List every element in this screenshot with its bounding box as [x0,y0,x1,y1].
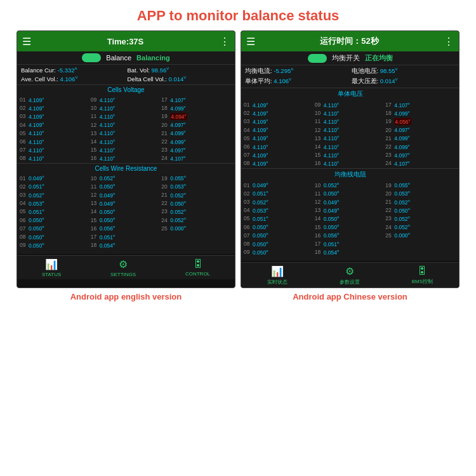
info-val-2: 4.106V [274,77,291,84]
wire-resistance-grid: 010.049o100.052o190.055o020.051o110.050o… [241,180,459,257]
bottom-nav: 📊 STATUS ⚙ SETTINGS 🎛 CONTROL [17,255,235,279]
cell-value: 4.110v [29,155,44,162]
table-row: 170.051o [315,239,386,248]
wire-value: 0.000o [394,232,410,239]
table-row: 214.099v [385,134,456,142]
hamburger-icon[interactable]: ☰ [22,36,31,48]
cell-num: 05 [244,135,251,142]
wire-resistance-grid: 010.049o100.052o190.055o020.051o110.050o… [17,173,235,250]
table-row: 054.110v [20,129,91,137]
table-row: 184.099v [385,109,456,117]
table-row: 050.051o [20,208,91,216]
cell-value: 4.099v [394,135,409,142]
cell-num: 04 [244,127,251,133]
table-row: 130.049o [91,199,162,208]
cell-value: 4.109v [29,113,44,120]
table-row: 020.051o [244,189,315,197]
cell-value: 4.099v [170,105,185,112]
cell-num: 20 [385,127,393,133]
wire-num: 08 [244,241,251,247]
wire-value: 0.050o [29,242,44,249]
table-row: 100.052o [315,181,386,189]
wire-num: 10 [315,182,322,188]
table-row: 024.109v [20,104,91,112]
nav-item-1[interactable]: ⚙ SETTINGS [110,258,136,277]
table-row: 080.050o [20,232,91,241]
wire-num: 03 [244,199,251,205]
table-row: 020.051o [20,182,91,190]
cell-value: 4.110v [324,160,339,167]
nav-item-2[interactable]: 🎛 BMS控制 [412,265,433,286]
cell-value: 4.110v [100,96,115,103]
wire-value: 0.052o [394,199,410,206]
table-row: 124.110v [91,121,162,129]
nav-item-2[interactable]: 🎛 CONTROL [185,258,210,277]
table-row: 084.110v [20,154,91,162]
nav-item-0[interactable]: 📊 STATUS [42,258,61,277]
table-row: 080.050o [244,239,315,248]
wire-value: 0.052o [170,216,186,223]
cell-num: 03 [244,118,251,124]
cell-num: 19 [161,113,169,119]
wire-num: 25 [385,232,393,239]
wire-value: 0.050o [324,215,340,222]
cell-value: 4.110v [100,155,115,162]
wire-num: 13 [315,207,322,213]
nav-icon-0: 📊 [271,265,284,277]
wire-num: 13 [91,200,98,206]
table-row: 124.110v [315,126,386,134]
wire-num: 02 [244,190,251,197]
cell-value: 4.109v [29,96,44,103]
table-row: 090.050o [20,241,91,249]
wire-value: 0.050o [253,241,268,248]
apps-container: ☰ Time:37S ⋮ Balance Balancing Balance C… [0,30,476,288]
hamburger-icon[interactable]: ☰ [246,36,255,48]
cells-voltage-grid: 014.109v094.110v174.107v024.109v104.110v… [241,100,459,168]
table-row: 140.050o [315,215,386,223]
wire-num: 24 [161,217,169,223]
wire-value: 0.049o [324,207,340,214]
wire-num: 12 [91,192,98,198]
wire-num: 17 [315,241,322,247]
wire-num: 20 [385,190,393,197]
balance-toggle[interactable] [308,54,327,63]
table-row: 244.107v [161,154,232,162]
wire-num: 15 [91,217,98,223]
wire-value: 0.050o [324,223,340,230]
table-row: 120.049o [91,190,162,199]
table-row: 150.050o [91,216,162,224]
nav-item-1[interactable]: ⚙ 参数设置 [340,265,360,286]
wire-num: 05 [244,215,251,221]
wire-resistance-header: 均衡线电阻 [241,168,459,180]
table-row: 214.099v [161,129,232,137]
cell-value: 4.110v [29,129,44,136]
cell-num: 07 [20,147,27,153]
cell-num: 22 [385,143,393,150]
table-row: 034.109v [244,117,315,126]
table-row: 190.055o [161,174,232,182]
more-options-icon[interactable]: ⋮ [444,36,454,48]
more-options-icon[interactable]: ⋮ [220,36,230,48]
nav-item-0[interactable]: 📊 实时状态 [267,265,288,286]
table-row: 040.053o [244,206,315,215]
wire-value: 0.051o [324,241,340,248]
cell-value: 4.110v [324,152,339,159]
wire-value: 0.055o [170,175,186,182]
wire-num: 14 [91,208,98,215]
cell-value: 4.110v [29,138,44,145]
cell-num: 20 [161,122,169,128]
table-row: 200.053o [161,182,232,190]
balance-toggle[interactable] [82,53,101,62]
table-row: 130.049o [315,206,386,215]
wire-num: 11 [315,190,322,197]
cell-value: 4.110v [100,121,115,128]
table-row: 244.107v [385,159,456,168]
info-grid: Balance Cur: -5.332ABat. Vol: 98.56VAve.… [17,65,235,84]
cell-value: 4.109v [29,105,44,112]
nav-icon-2: 🎛 [193,258,203,270]
wire-num: 08 [20,234,27,240]
wire-value: 0.049o [324,199,340,206]
wire-value: 0.050o [324,190,340,197]
table-row: 024.109v [244,109,315,117]
table-row: 190.055o [385,181,456,189]
